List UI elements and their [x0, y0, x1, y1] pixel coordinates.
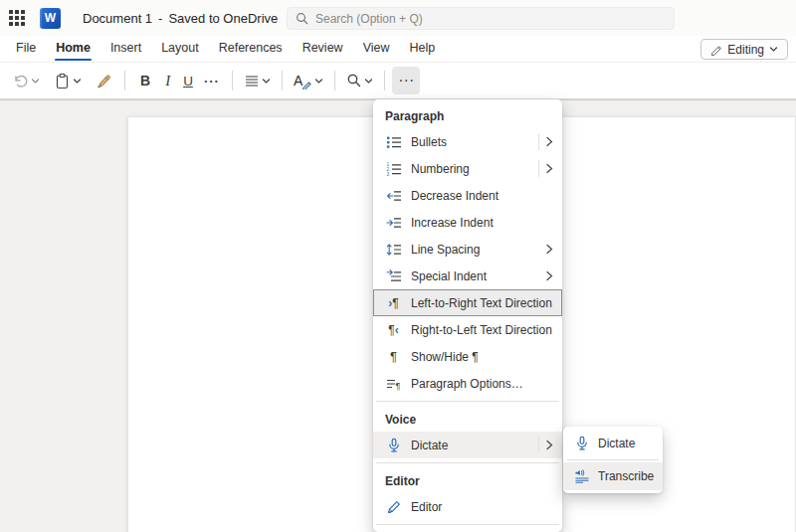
word-app-icon[interactable]: W: [40, 8, 61, 29]
save-status: Saved to OneDrive: [168, 11, 278, 26]
alignment-button[interactable]: [240, 67, 275, 94]
menu-item-label: Special Indent: [411, 269, 545, 283]
tab-layout[interactable]: Layout: [151, 37, 209, 61]
menu-section-header-paragraph: Paragraph: [373, 102, 562, 128]
styles-menu-chevron[interactable]: [314, 77, 323, 86]
magnifier-icon: [346, 73, 362, 89]
rtl-direction-icon: ¶‹: [385, 324, 402, 336]
menu-divider: [376, 524, 559, 525]
dictate-submenu: Dictate Transcribe: [563, 427, 663, 493]
styles-button[interactable]: A: [290, 67, 327, 94]
menu-item-dictate[interactable]: Dictate: [373, 432, 562, 458]
toolbar-divider: [334, 71, 335, 90]
tab-references[interactable]: References: [209, 37, 293, 61]
menu-item-line-spacing[interactable]: Line Spacing: [373, 236, 562, 263]
alignment-menu-chevron[interactable]: [262, 77, 271, 86]
menu-item-label: Numbering: [411, 162, 538, 176]
svg-text:¶: ¶: [395, 381, 400, 391]
undo-button[interactable]: [8, 67, 44, 94]
find-button[interactable]: [342, 67, 377, 94]
menu-item-ltr-text-direction[interactable]: ›¶ Left-to-Right Text Direction: [373, 289, 562, 316]
menu-item-numbering[interactable]: 123 Numbering: [373, 155, 562, 182]
find-menu-chevron[interactable]: [364, 77, 373, 86]
menu-item-label: Show/Hide ¶: [411, 350, 556, 364]
top-bar: W Document 1 - Saved to OneDrive: [0, 0, 796, 36]
menu-item-label: Right-to-Left Text Direction: [411, 323, 556, 337]
menu-item-label: Decrease Indent: [411, 189, 556, 203]
menu-item-editor[interactable]: Editor: [373, 493, 562, 520]
editing-mode-button[interactable]: Editing: [700, 39, 788, 60]
search-input[interactable]: [315, 12, 666, 26]
editing-label: Editing: [727, 43, 764, 57]
menu-item-rtl-text-direction[interactable]: ¶‹ Right-to-Left Text Direction: [373, 316, 562, 343]
clipboard-icon: [54, 73, 71, 89]
submenu-divider: [567, 459, 659, 460]
underline-button[interactable]: U: [177, 67, 199, 94]
menu-item-bullets[interactable]: Bullets: [373, 128, 562, 155]
toolbar-divider: [282, 71, 283, 90]
menu-item-decrease-indent[interactable]: Decrease Indent: [373, 182, 562, 209]
submenu-item-transcribe[interactable]: Transcribe: [563, 462, 663, 490]
menu-item-label: Left-to-Right Text Direction: [411, 296, 556, 310]
document-title[interactable]: Document 1 - Saved to OneDrive: [83, 11, 295, 26]
menu-divider: [376, 401, 559, 402]
paste-menu-chevron[interactable]: [73, 77, 82, 86]
bullets-icon: [385, 134, 402, 150]
align-lines-icon: [244, 73, 260, 89]
special-indent-submenu-chevron[interactable]: [545, 270, 556, 281]
undo-icon: [12, 73, 29, 89]
simplified-ribbon-toolbar: B I U ··· A ···: [0, 63, 796, 99]
numbering-icon: 123: [385, 161, 402, 177]
dictate-submenu-chevron[interactable]: [545, 440, 556, 450]
submenu-item-label: Dictate: [598, 437, 635, 450]
menu-item-paragraph-options[interactable]: ¶ Paragraph Options…: [373, 370, 562, 397]
pencil-icon: [710, 44, 722, 56]
tab-help[interactable]: Help: [400, 37, 446, 61]
search-bar[interactable]: [287, 7, 675, 30]
menu-item-label: Paragraph Options…: [411, 377, 556, 391]
format-painter-button[interactable]: [92, 67, 117, 94]
numbering-submenu-chevron[interactable]: [545, 163, 556, 174]
split-divider: [538, 133, 539, 150]
waffle-icon: [9, 10, 25, 26]
toolbar-divider: [384, 71, 385, 90]
search-icon: [296, 12, 308, 25]
undo-menu-chevron[interactable]: [31, 77, 40, 86]
menu-item-increase-indent[interactable]: Increase Indent: [373, 209, 562, 236]
menu-item-label: Editor: [411, 500, 556, 514]
bold-button[interactable]: B: [132, 67, 158, 94]
ribbon-overflow-button[interactable]: ···: [392, 67, 420, 94]
tab-view[interactable]: View: [353, 37, 400, 61]
format-painter-icon: [96, 72, 113, 89]
ltr-direction-icon: ›¶: [385, 297, 402, 309]
bullets-submenu-chevron[interactable]: [545, 136, 556, 147]
menu-item-label: Line Spacing: [411, 243, 545, 257]
italic-button[interactable]: I: [158, 67, 177, 94]
chevron-down-icon: [769, 45, 778, 54]
increase-indent-icon: [385, 215, 402, 231]
transcribe-icon: [573, 468, 590, 484]
pilcrow-icon: ¶: [385, 350, 402, 363]
styles-letter: A: [294, 73, 304, 89]
menu-item-special-indent[interactable]: Special Indent: [373, 263, 562, 289]
menu-item-show-hide-pilcrow[interactable]: ¶ Show/Hide ¶: [373, 343, 562, 370]
line-spacing-submenu-chevron[interactable]: [545, 244, 556, 255]
toolbar-divider: [124, 71, 125, 90]
special-indent-icon: [385, 268, 402, 284]
more-font-options-button[interactable]: ···: [199, 67, 225, 94]
menu-item-label: Bullets: [411, 135, 538, 149]
submenu-item-dictate[interactable]: Dictate: [563, 430, 663, 457]
decrease-indent-icon: [385, 188, 402, 204]
menu-section-header-voice: Voice: [373, 406, 562, 432]
tab-file[interactable]: File: [6, 37, 46, 61]
menu-item-label: Dictate: [411, 439, 538, 452]
toolbar-divider: [232, 71, 233, 90]
editor-pen-icon: [385, 499, 402, 515]
title-separator: -: [158, 11, 162, 26]
paragraph-options-icon: ¶: [385, 376, 402, 392]
tab-insert[interactable]: Insert: [100, 37, 151, 61]
paste-button[interactable]: [50, 67, 86, 94]
tab-home[interactable]: Home: [46, 37, 100, 61]
tab-review[interactable]: Review: [293, 37, 353, 61]
app-launcher-button[interactable]: [0, 0, 34, 36]
